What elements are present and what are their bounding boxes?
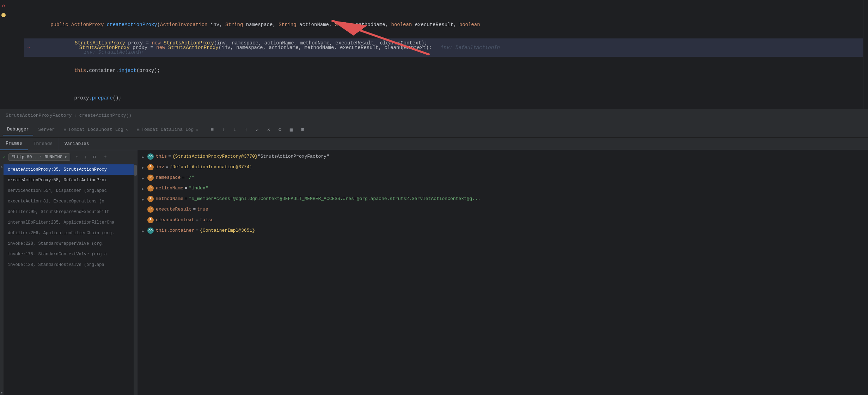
breadcrumb-method: createActionProxy(): [79, 113, 132, 118]
thread-dropdown[interactable]: "http-80...: RUNNING ▾: [8, 153, 70, 161]
step-up-btn[interactable]: ↑: [241, 125, 251, 135]
variable-this[interactable]: ▶ oo this = {StrutsActionProxyFactory@37…: [137, 152, 868, 162]
tab-debugger-label: Debugger: [7, 127, 29, 132]
frames-scrollbar[interactable]: [134, 164, 137, 395]
frame-item-0-text: createActionProxy:35, StrutsActionProxy: [8, 167, 107, 172]
subtab-threads[interactable]: Threads: [28, 138, 59, 150]
tab-debugger[interactable]: Debugger: [3, 124, 33, 135]
frame-list[interactable]: createActionProxy:35, StrutsActionProxy …: [4, 164, 134, 395]
frames-scroll-indicator: ▲ ▼: [0, 164, 4, 395]
debug-content: ✓ "http-80...: RUNNING ▾ ↑ ↓ ⊟ +: [0, 150, 868, 395]
variable-actionname[interactable]: ▶ P actionName = "index": [137, 183, 868, 194]
frame-item-6-text: doFilter:206, ApplicationFilterChain (or…: [8, 231, 114, 236]
var-methodname-eq: =: [185, 195, 188, 203]
var-executeresult-icon: P: [147, 206, 154, 213]
tab-tomcat-catalina-label: Tomcat Catalina Log: [141, 127, 194, 132]
var-inv-expand[interactable]: ▶: [142, 163, 147, 172]
var-namespace-name: namespace: [156, 174, 181, 182]
tab-bar: Debugger Server ▤ Tomcat Localhost Log ✕…: [0, 122, 868, 138]
var-cleanupcontext-icon: P: [147, 217, 154, 223]
variable-inv[interactable]: ▶ P inv = {DefaultActionInvocation@3774}: [137, 162, 868, 173]
var-executeresult-value: true: [197, 206, 208, 213]
var-namespace-value: "/": [186, 174, 194, 182]
thread-add-btn[interactable]: +: [101, 153, 109, 161]
variable-executeresult[interactable]: ▶ P executeResult = true: [137, 205, 868, 215]
var-this-container-name: this.container: [156, 227, 194, 235]
variables-label-text: Variables: [64, 141, 89, 146]
var-this-container-expand[interactable]: ▶: [142, 227, 147, 235]
tab-server-label: Server: [38, 127, 55, 132]
filter-btn[interactable]: ⊟: [91, 153, 98, 161]
var-methodname-value: "#_memberAccess=@ognl.OgnlContext@DEFAUL…: [189, 195, 481, 203]
frame-item-4[interactable]: doFilter:99, StrutsPrepareAndExecuteFilt: [4, 207, 134, 217]
toolbar-icons: ≡ ⇑ ↓ ↑ ↙ ✕ ⚙ ▦ ⊞: [207, 125, 307, 135]
variable-cleanupcontext[interactable]: ▶ P cleanupContext = false: [137, 215, 868, 226]
subtab-threads-label: Threads: [33, 141, 53, 146]
thread-selector: ✓ "http-80...: RUNNING ▾ ↑ ↓ ⊟ +: [0, 150, 137, 164]
frame-item-8[interactable]: invoke:175, StandardContextValve (org.a: [4, 249, 134, 260]
var-namespace-expand[interactable]: ▶: [142, 174, 147, 182]
var-this-eq: =: [168, 153, 171, 160]
subtab-bar: Frames Threads Variables: [0, 138, 868, 150]
frame-item-4-text: doFilter:99, StrutsPrepareAndExecuteFilt: [8, 209, 109, 214]
var-cleanupcontext-name: cleanupContext: [156, 216, 194, 224]
frame-item-0[interactable]: createActionProxy:35, StrutsActionProxy: [4, 164, 134, 175]
code-line-4: proxy.prepare();: [24, 84, 863, 109]
var-actionname-value: "index": [189, 184, 208, 192]
settings-btn[interactable]: ⚙: [275, 125, 285, 135]
frame-item-7[interactable]: invoke:228, StandardWrapperValve (org.: [4, 238, 134, 249]
code-line-2: → StrutsActionProxy proxy = new StrutsAc…: [24, 38, 863, 57]
tab-tomcat-localhost[interactable]: ▤ Tomcat Localhost Log ✕: [60, 124, 132, 135]
restore-layout-btn[interactable]: ⇑: [219, 125, 228, 135]
frame-item-3-text: executeAction:81, ExecuteOperations (o: [8, 199, 104, 204]
var-executeresult-eq: =: [193, 206, 196, 213]
variable-this-container[interactable]: ▶ oo this.container = {ContainerImpl@365…: [137, 226, 868, 236]
variables-panel[interactable]: ▶ oo this = {StrutsActionProxyFactory@37…: [137, 150, 868, 395]
subtab-frames[interactable]: Frames: [0, 138, 28, 150]
log-icon-2: ▤: [137, 127, 140, 132]
frame-item-1-text: createActionProxy:58, DefaultActionProx: [8, 178, 107, 183]
frame-item-2[interactable]: serviceAction:554, Dispatcher (org.apac: [4, 186, 134, 196]
tab-server[interactable]: Server: [34, 124, 59, 135]
var-inv-name: inv: [156, 163, 164, 171]
gutter-icons: ⊙: [0, 0, 7, 109]
var-namespace-icon: P: [147, 175, 154, 181]
tab-tomcat-catalina-close[interactable]: ✕: [196, 127, 198, 132]
scroll-down-arrow[interactable]: ▼: [1, 391, 3, 394]
var-actionname-expand[interactable]: ▶: [142, 184, 147, 193]
frame-item-5[interactable]: internalDoFilter:235, ApplicationFilterC…: [4, 217, 134, 228]
var-this-icon: oo: [147, 153, 154, 160]
var-this-expand[interactable]: ▶: [142, 153, 147, 161]
editor-scrollbar[interactable]: [863, 0, 868, 109]
frame-item-5-text: internalDoFilter:235, ApplicationFilterC…: [8, 220, 114, 225]
console-btn[interactable]: ≡: [207, 125, 217, 135]
breakpoint-icon: [1, 13, 6, 17]
frame-item-3[interactable]: executeAction:81, ExecuteOperations (o: [4, 196, 134, 207]
frame-item-6[interactable]: doFilter:206, ApplicationFilterChain (or…: [4, 228, 134, 238]
thread-nav-down[interactable]: ↓: [81, 153, 89, 161]
code-content[interactable]: public ActionProxy createActionProxy(Act…: [24, 0, 863, 109]
frame-item-9[interactable]: invoke:128, StandardHostValve (org.apa: [4, 260, 134, 270]
thread-nav-up[interactable]: ↑: [73, 153, 81, 161]
variable-methodname[interactable]: ▶ P methodName = "#_memberAccess=@ognl.O…: [137, 194, 868, 205]
variable-namespace[interactable]: ▶ P namespace = "/": [137, 173, 868, 183]
var-methodname-expand[interactable]: ▶: [142, 195, 147, 203]
var-this-container-value: {ContainerImpl@3651}: [200, 227, 255, 235]
var-this-value: {StrutsActionProxyFactory@3770}: [172, 153, 258, 160]
frame-item-1[interactable]: createActionProxy:58, DefaultActionProx: [4, 175, 134, 186]
tab-tomcat-catalina[interactable]: ▤ Tomcat Catalina Log ✕: [133, 124, 202, 135]
scroll-up-arrow[interactable]: ▲: [1, 165, 3, 168]
var-executeresult-name: executeResult: [156, 206, 191, 213]
thread-dropdown-chevron: ▾: [65, 154, 67, 160]
table-view-btn[interactable]: ▦: [286, 125, 296, 135]
step-into-btn[interactable]: ↙: [252, 125, 262, 135]
var-this-container-icon: oo: [147, 227, 154, 234]
var-actionname-eq: =: [185, 184, 188, 192]
step-down-btn[interactable]: ↓: [230, 125, 240, 135]
breadcrumb-separator: ›: [74, 113, 77, 119]
var-this-suffix: "StrutsActionProxyFactory": [258, 153, 329, 160]
tab-tomcat-localhost-close[interactable]: ✕: [126, 127, 128, 132]
frame-item-9-text: invoke:128, StandardHostValve (org.apa: [8, 262, 104, 267]
layout-btn[interactable]: ⊞: [298, 125, 307, 135]
mute-btn[interactable]: ✕: [264, 125, 274, 135]
